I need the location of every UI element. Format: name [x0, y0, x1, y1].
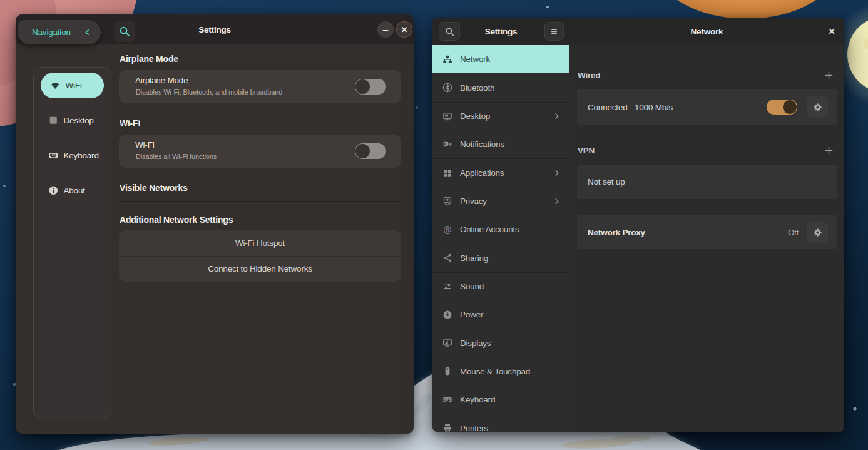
wired-settings-button[interactable] [807, 96, 828, 118]
sidebar-item-online-accounts[interactable]: Online Accounts [432, 215, 569, 243]
sidebar-item-desktop[interactable]: Desktop [432, 102, 569, 130]
wifi-row: Wi-Fi Disables all Wi-Fi functions [119, 135, 401, 168]
sidebar-item-bluetooth[interactable]: Bluetooth [432, 73, 569, 101]
wired-connection-row: Connected - 1000 Mb/s [577, 89, 837, 125]
vpn-status: Not set up [588, 165, 625, 199]
sidebar-item-keyboard[interactable]: Keyboard [432, 386, 569, 414]
network-proxy-label: Network Proxy [588, 215, 645, 249]
airplane-mode-subtitle: Disables Wi-Fi, Bluetooth, and mobile br… [136, 88, 282, 96]
left-sidebar: WiFi Desktop Keyboard About [33, 67, 111, 419]
search-icon [445, 27, 454, 36]
sidebar-item-mouse-touchpad[interactable]: Mouse & Touchpad [432, 357, 569, 386]
privacy-icon [442, 196, 452, 206]
sidebar-item-power[interactable]: Power [432, 300, 569, 329]
notifications-icon [442, 140, 452, 150]
gear-icon [812, 102, 823, 113]
displays-icon [442, 338, 452, 348]
airplane-mode-row: Airplane Mode Disables Wi-Fi, Bluetooth,… [119, 70, 401, 103]
keyboard-icon [442, 395, 452, 405]
sidebar-item-sound[interactable]: Sound [432, 272, 569, 300]
sidebar-item-privacy[interactable]: Privacy [432, 187, 569, 215]
add-vpn-button[interactable] [824, 146, 834, 155]
square-icon [48, 115, 59, 126]
chevron-right-icon [553, 112, 561, 120]
network-panel: Wired Connected - 1000 Mb/s VPN Not set … [569, 45, 844, 432]
chevron-right-icon [553, 169, 561, 177]
visible-networks-heading: Visible Networks [120, 183, 188, 193]
keyboard-icon [48, 150, 59, 161]
connect-hidden-networks-button[interactable]: Connect to Hidden Networks [119, 256, 401, 281]
search-button[interactable] [439, 22, 460, 41]
settings-window-wifi: Settings – ✕ Navigation WiFi Desktop [16, 14, 414, 434]
settings-sidebar: Network Bluetooth Desktop Not [432, 45, 569, 432]
wifi-title: Wi-Fi [135, 140, 154, 150]
network-icon [442, 54, 452, 64]
chevron-left-icon [83, 28, 91, 36]
network-proxy-value: Off [788, 215, 799, 249]
mouse-icon [442, 366, 452, 376]
sidebar-item-about[interactable]: About [34, 173, 111, 208]
sidebar-item-wifi[interactable]: WiFi [41, 73, 104, 98]
add-wired-button[interactable] [824, 71, 834, 80]
sidebar-item-desktop[interactable]: Desktop [34, 103, 111, 138]
sidebar-item-sharing[interactable]: Sharing [432, 243, 569, 272]
wifi-panel: Airplane Mode Airplane Mode Disables Wi-… [119, 14, 401, 434]
gear-icon [812, 227, 823, 238]
navigation-label: Navigation [32, 28, 71, 37]
navigation-back-button[interactable]: Navigation [18, 20, 101, 44]
wifi-toggle[interactable] [355, 143, 386, 159]
info-icon [48, 185, 59, 196]
wired-status: Connected - 1000 Mb/s [588, 89, 673, 125]
airplane-mode-title: Airplane Mode [135, 76, 188, 85]
wifi-hotspot-button[interactable]: Wi-Fi Hotspot [119, 230, 401, 256]
network-proxy-row: Network Proxy Off [577, 215, 837, 249]
power-icon [442, 310, 452, 320]
settings-window-network: Settings Network – ✕ Network Bluetooth [432, 18, 844, 432]
sidebar-item-applications[interactable]: Applications [432, 158, 569, 187]
sidebar-item-network[interactable]: Network [432, 45, 569, 73]
sidebar-item-keyboard[interactable]: Keyboard [34, 138, 111, 173]
sidebar-item-displays[interactable]: Displays [432, 329, 569, 357]
close-button[interactable]: ✕ [824, 18, 839, 45]
menu-button[interactable] [544, 22, 564, 41]
additional-settings-card: Wi-Fi Hotspot Connect to Hidden Networks [119, 230, 401, 282]
airplane-mode-heading: Airplane Mode [120, 54, 178, 64]
wired-section-header: Wired [578, 70, 837, 80]
hamburger-icon [549, 27, 559, 36]
sound-icon [442, 282, 452, 292]
bluetooth-icon [442, 83, 452, 93]
wifi-icon [50, 80, 61, 91]
divider [119, 201, 401, 202]
at-icon [442, 225, 452, 235]
airplane-mode-toggle[interactable] [355, 79, 386, 95]
wifi-heading: Wi-Fi [120, 118, 140, 128]
sidebar-item-notifications[interactable]: Notifications [432, 130, 569, 158]
sidebar-item-printers[interactable]: Printers [432, 414, 569, 432]
wifi-subtitle: Disables all Wi-Fi functions [136, 153, 217, 160]
desktop: Settings – ✕ Navigation WiFi Desktop [0, 0, 868, 450]
additional-settings-heading: Additional Network Settings [120, 215, 233, 225]
wired-toggle[interactable] [767, 100, 797, 115]
vpn-section-header: VPN [578, 145, 837, 155]
vpn-row: Not set up [577, 165, 837, 199]
apps-icon [442, 168, 452, 178]
proxy-settings-button[interactable] [807, 222, 828, 243]
desktop-icon [442, 111, 452, 121]
minimize-button[interactable]: – [799, 18, 814, 45]
chevron-right-icon [553, 197, 561, 205]
toggle-knob [355, 79, 370, 94]
printer-icon [442, 423, 452, 432]
toggle-knob [355, 144, 370, 158]
sharing-icon [442, 253, 452, 263]
toggle-knob [783, 100, 797, 114]
